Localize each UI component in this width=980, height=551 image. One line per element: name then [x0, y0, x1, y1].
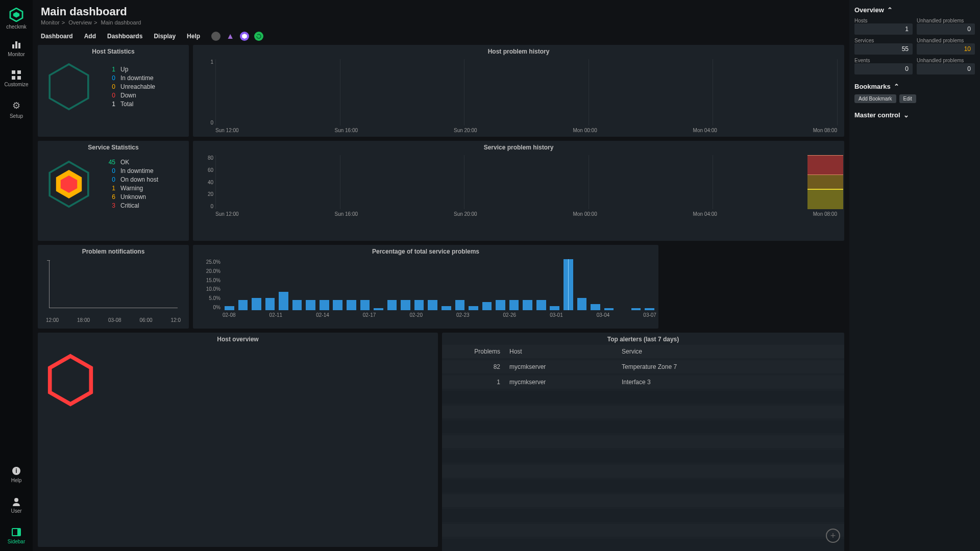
- overview-value[interactable]: 0: [854, 63, 913, 74]
- overview-label: Events: [854, 58, 913, 63]
- stat-count: 0: [104, 74, 115, 82]
- chart-bar: [455, 300, 465, 310]
- nav-sidebar[interactable]: Sidebar: [0, 520, 33, 551]
- svg-rect-7: [12, 76, 15, 80]
- hex-icon[interactable]: [240, 32, 249, 41]
- hexagon-icon[interactable]: [46, 353, 95, 407]
- stat-label: Critical: [120, 202, 139, 209]
- svg-rect-8: [17, 76, 21, 80]
- sidebar-bookmarks: Bookmarks ⌃ Add Bookmark Edit: [854, 83, 975, 103]
- panel-host-problem-history: Host problem history 10 Sun 12:00Sun 16:…: [193, 45, 844, 137]
- chart-bar: [442, 306, 451, 310]
- stat-count: 1: [104, 101, 115, 108]
- overview-value[interactable]: 1: [854, 23, 913, 35]
- stacked-area: [807, 155, 843, 209]
- chart-bar: [604, 308, 614, 310]
- hexagon-icon: [46, 159, 92, 210]
- table-row[interactable]: 82mycmkserverTemperature Zone 7: [442, 360, 844, 373]
- stat-label: Unknown: [120, 193, 146, 201]
- edit-bookmarks-button[interactable]: Edit: [899, 94, 916, 103]
- svg-text:i: i: [15, 467, 17, 474]
- header: Main dashboard Monitor> Overview> Main d…: [33, 0, 849, 28]
- plus-icon: +: [830, 531, 836, 541]
- overview-value[interactable]: 10: [917, 43, 975, 55]
- nav-setup[interactable]: ⚙ Setup: [0, 94, 33, 124]
- breadcrumb-item[interactable]: Overview: [68, 19, 92, 26]
- chart-bar: [252, 298, 261, 310]
- chevron-up-icon: ⌃: [894, 83, 899, 90]
- section-toggle[interactable]: Bookmarks ⌃: [854, 83, 975, 90]
- overview-value[interactable]: 55: [854, 43, 913, 55]
- overview-value[interactable]: 0: [917, 23, 975, 35]
- add-bookmark-button[interactable]: Add Bookmark: [854, 94, 896, 103]
- section-toggle[interactable]: Overview ⌃: [854, 6, 975, 14]
- nav-help[interactable]: i Help: [0, 459, 33, 490]
- breadcrumb-item[interactable]: Monitor: [41, 19, 60, 26]
- table-row: [442, 420, 844, 433]
- chart-bar: [374, 308, 383, 310]
- section-toggle[interactable]: Master control ⌄: [854, 111, 975, 119]
- menu-add[interactable]: Add: [84, 33, 96, 40]
- table-row: [442, 391, 844, 404]
- panel-title: Host overview: [38, 333, 438, 345]
- table-row: [442, 524, 844, 537]
- chart-bar: [509, 300, 519, 310]
- svg-marker-15: [50, 64, 88, 109]
- overview-label: Unhandled problems: [917, 18, 975, 23]
- menu-dashboards[interactable]: Dashboards: [107, 33, 142, 40]
- sidebar-master-control: Master control ⌄: [854, 111, 975, 119]
- grid-icon: [12, 70, 21, 80]
- chart-canvas: 25.0%20.0%15.0%10.0%5.0%0%: [223, 259, 656, 310]
- nav-customize[interactable]: Customize: [0, 63, 33, 94]
- panel-top-alerters: Top alerters (last 7 days) ProblemsHostS…: [442, 333, 844, 547]
- stat-label: In downtime: [120, 167, 154, 174]
- stat-label: OK: [120, 159, 129, 166]
- chart-bar: [414, 300, 424, 310]
- stat-label: Unreachable: [120, 83, 155, 90]
- table-row: [442, 450, 844, 463]
- stat-count: 0: [104, 83, 115, 90]
- svg-rect-5: [12, 70, 15, 74]
- overview-label: Unhandled problems: [917, 38, 975, 43]
- triangle-icon[interactable]: ▲: [226, 32, 235, 41]
- left-nav: checkmk Monitor Customize ⚙ Setup i Help…: [0, 0, 33, 551]
- add-widget-button[interactable]: +: [826, 529, 840, 543]
- stat-count: 1: [104, 66, 115, 73]
- table-row: [442, 480, 844, 492]
- svg-rect-3: [15, 41, 17, 48]
- chart-bar: [279, 292, 288, 310]
- stat-count: 0: [104, 92, 115, 99]
- menubar: Dashboard Add Dashboards Display Help ▲: [33, 28, 849, 45]
- menu-help[interactable]: Help: [187, 33, 200, 40]
- panel-service-statistics: Service Statistics 45OK0In downtime0On d…: [38, 141, 189, 241]
- breadcrumb: Monitor> Overview> Main dashboard: [41, 19, 841, 26]
- table-row: [442, 539, 844, 551]
- nav-monitor[interactable]: Monitor: [0, 33, 33, 63]
- nav-user[interactable]: User: [0, 490, 33, 520]
- table-row: [442, 494, 844, 507]
- chevron-down-icon: ⌄: [903, 111, 909, 119]
- panel-pct-service-problems: Percentage of total service problems 25.…: [193, 245, 658, 329]
- chart-bar: [225, 306, 234, 310]
- panel-title: Host Statistics: [38, 45, 189, 57]
- chart-bar: [536, 300, 546, 310]
- chevron-up-icon: ⌃: [887, 6, 893, 14]
- logo[interactable]: checkmk: [0, 4, 33, 33]
- refresh-icon[interactable]: [254, 32, 263, 41]
- overview-value[interactable]: 0: [917, 63, 975, 74]
- panel-problem-notifications: Problem notifications 12:0018:0003-0806:…: [38, 245, 189, 329]
- status-dot-icon[interactable]: [211, 32, 220, 41]
- menu-dashboard[interactable]: Dashboard: [41, 33, 73, 40]
- chart-bar: [292, 300, 302, 310]
- svg-rect-6: [17, 70, 21, 74]
- breadcrumb-item[interactable]: Main dashboard: [101, 19, 141, 26]
- stat-count: 6: [104, 193, 115, 201]
- bar-chart-icon: [11, 39, 21, 49]
- menu-display[interactable]: Display: [154, 33, 176, 40]
- chart-canvas: 10: [215, 59, 837, 126]
- chart-bar: [482, 302, 492, 310]
- main-area: Main dashboard Monitor> Overview> Main d…: [33, 0, 849, 551]
- svg-rect-4: [18, 43, 20, 48]
- table-row[interactable]: 1mycmkserverInterface 3: [442, 375, 844, 389]
- chart-bar: [550, 306, 559, 310]
